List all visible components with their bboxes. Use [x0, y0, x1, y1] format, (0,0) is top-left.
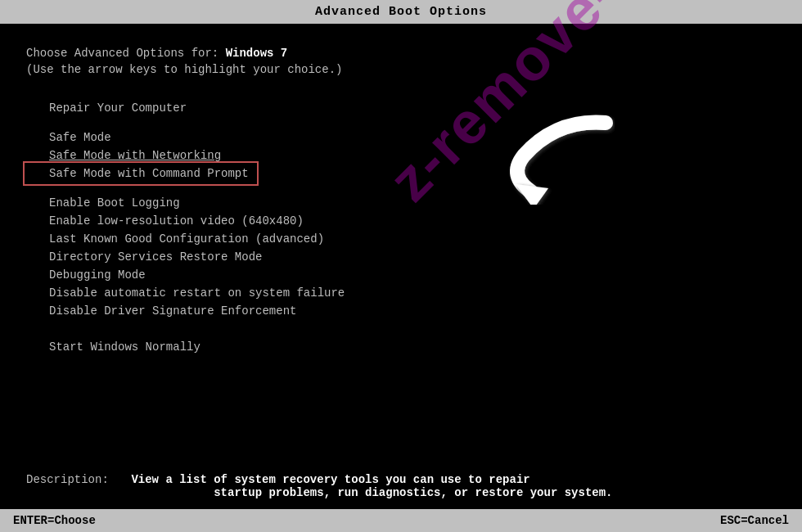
description-section: Description: View a list of system recov…	[26, 473, 776, 499]
menu-item-low-res[interactable]: Enable low-resolution video (640x480)	[26, 212, 776, 230]
bottom-bar-esc: ESC=Cancel	[720, 514, 789, 527]
options-group: Enable Boot Logging Enable low-resolutio…	[26, 194, 776, 320]
menu-item-debugging[interactable]: Debugging Mode	[26, 266, 776, 284]
description-text: View a list of system recovery tools you…	[131, 473, 612, 499]
menu-item-safe-mode-networking[interactable]: Safe Mode with Networking	[26, 147, 776, 165]
description-label: Description:	[26, 473, 124, 486]
menu-item-start-normally[interactable]: Start Windows Normally	[26, 338, 776, 356]
menu-item-driver-sig[interactable]: Disable Driver Signature Enforcement	[26, 302, 776, 320]
menu-item-safe-mode[interactable]: Safe Mode	[26, 128, 776, 147]
menu-item-directory-services[interactable]: Directory Services Restore Mode	[26, 248, 776, 266]
safe-mode-group: Safe Mode Safe Mode with Networking Safe…	[26, 128, 776, 183]
header-line2: (Use the arrow keys to highlight your ch…	[26, 63, 776, 76]
title-bar-label: Advanced Boot Options	[315, 5, 487, 19]
main-content: Choose Advanced Options for: Windows 7 (…	[0, 24, 802, 356]
menu-item-disable-restart[interactable]: Disable automatic restart on system fail…	[26, 284, 776, 302]
menu-item-last-known-good[interactable]: Last Known Good Configuration (advanced)	[26, 230, 776, 248]
menu-item-boot-logging[interactable]: Enable Boot Logging	[26, 194, 776, 212]
bottom-bar: ENTER=Choose ESC=Cancel	[0, 509, 802, 532]
title-bar: Advanced Boot Options	[0, 0, 802, 24]
header-prefix: Choose Advanced Options for:	[26, 47, 226, 60]
menu-item-safe-mode-cmd[interactable]: Safe Mode with Command Prompt	[26, 165, 776, 183]
menu-item-repair[interactable]: Repair Your Computer	[26, 99, 776, 117]
header-line1: Choose Advanced Options for: Windows 7	[26, 47, 776, 60]
bottom-bar-enter: ENTER=Choose	[13, 514, 96, 527]
header-os: Windows 7	[226, 47, 288, 60]
repair-group: Repair Your Computer	[26, 99, 776, 117]
